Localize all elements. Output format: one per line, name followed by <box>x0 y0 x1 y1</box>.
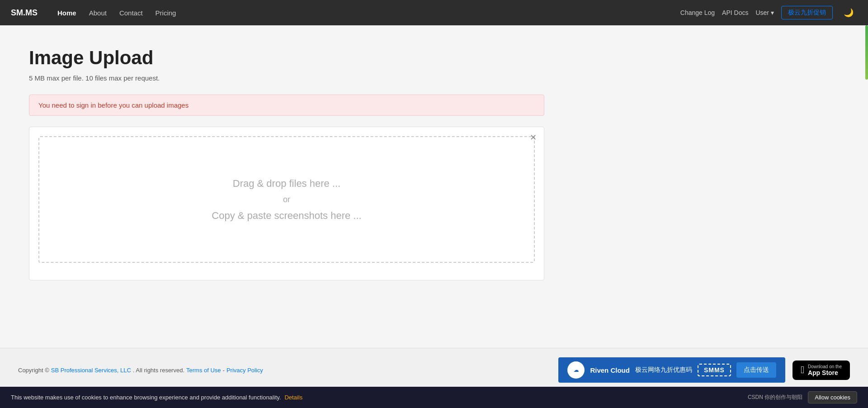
promo-button[interactable]: 极云九折促销 <box>781 6 833 19</box>
promo-cloud-badge: ☁ <box>567 361 585 379</box>
navbar-right: Change Log API Docs User ▾ 极云九折促销 🌙 <box>680 6 857 19</box>
footer-suffix: . All rights reserved. <box>133 367 184 374</box>
changelog-link[interactable]: Change Log <box>680 9 715 16</box>
nav-home[interactable]: Home <box>52 6 82 19</box>
scroll-indicator <box>865 25 868 80</box>
nav-links: Home About Contact Pricing <box>52 6 680 19</box>
close-button[interactable]: ✕ <box>530 133 537 142</box>
privacy-link[interactable]: Privacy Policy <box>226 367 263 374</box>
appstore-button[interactable]:  Download on the App Store <box>793 361 850 380</box>
promo-send-button[interactable]: 点击传送 <box>736 362 776 378</box>
dropzone-paste-text: Copy & paste screenshots here ... <box>212 210 361 222</box>
csdn-text: CSDN 你的创作与朝阳 <box>748 394 802 401</box>
copyright-text: Copyright © <box>18 367 49 374</box>
dark-mode-toggle[interactable]: 🌙 <box>840 6 857 19</box>
apidocs-link[interactable]: API Docs <box>722 9 748 16</box>
company-link[interactable]: SB Professional Services, LLC <box>51 367 131 374</box>
terms-link[interactable]: Terms of Use <box>186 367 221 374</box>
promo-cloud-name: Riven Cloud <box>590 366 630 374</box>
appstore-big-text: App Store <box>808 369 838 376</box>
dropzone-or-text: or <box>283 195 290 204</box>
navbar: SM.MS Home About Contact Pricing Change … <box>0 0 868 25</box>
footer: Copyright © SB Professional Services, LL… <box>0 348 868 392</box>
sign-in-alert: You need to sign in before you can uploa… <box>29 95 544 116</box>
promo-banner: ☁ Riven Cloud 极云网络九折优惠码 SMMS 点击传送 <box>558 357 785 383</box>
nav-pricing[interactable]: Pricing <box>150 6 182 19</box>
dropzone-drag-text: Drag & drop files here ... <box>233 178 340 190</box>
upload-container: ✕ Drag & drop files here ... or Copy & p… <box>29 127 544 280</box>
chevron-down-icon: ▾ <box>771 9 774 16</box>
brand-logo[interactable]: SM.MS <box>11 8 38 18</box>
cookie-bar-left: This website makes use of cookies to enh… <box>11 394 748 401</box>
alert-text: You need to sign in before you can uploa… <box>38 101 189 109</box>
footer-separator: - <box>223 367 225 374</box>
appstore-small-text: Download on the <box>808 364 842 369</box>
apple-icon:  <box>801 364 804 376</box>
allow-cookies-button[interactable]: Allow cookies <box>808 391 857 403</box>
footer-left: Copyright © SB Professional Services, LL… <box>18 367 263 374</box>
cookie-message: This website makes use of cookies to enh… <box>11 394 281 401</box>
nav-contact[interactable]: Contact <box>114 6 148 19</box>
promo-code: SMMS <box>698 364 731 376</box>
user-dropdown[interactable]: User ▾ <box>755 9 774 16</box>
page-subtitle: 5 MB max per file. 10 files max per requ… <box>29 74 604 82</box>
nav-about[interactable]: About <box>84 6 112 19</box>
cookie-bar: This website makes use of cookies to enh… <box>0 387 868 408</box>
main-content: Image Upload 5 MB max per file. 10 files… <box>0 25 633 302</box>
upload-dropzone[interactable]: Drag & drop files here ... or Copy & pas… <box>38 136 535 263</box>
cookie-details-link[interactable]: Details <box>284 394 302 401</box>
user-label: User <box>755 9 769 16</box>
promo-text-cn: 极云网络九折优惠码 <box>635 366 692 374</box>
page-title: Image Upload <box>29 47 604 69</box>
cookie-right: CSDN 你的创作与朝阳 Allow cookies <box>748 391 857 403</box>
